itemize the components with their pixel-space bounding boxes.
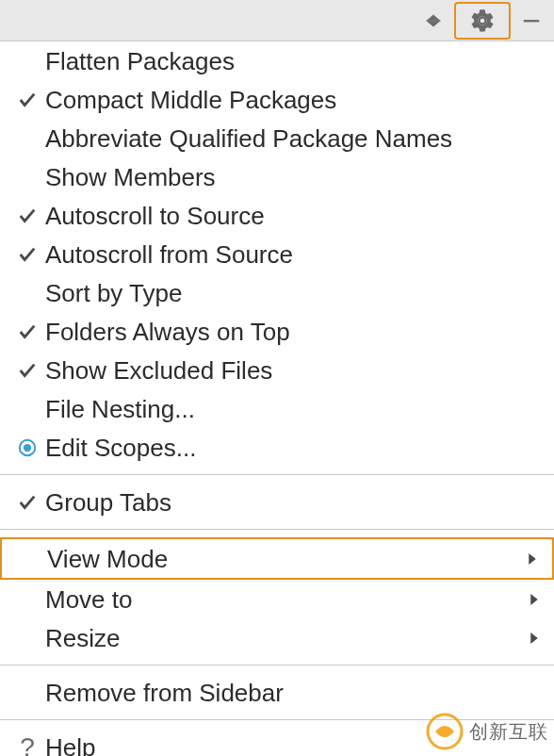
- menu-label: Flatten Packages: [45, 49, 543, 74]
- toolbar: [0, 0, 554, 41]
- menu-item-move-to[interactable]: Move to: [0, 580, 554, 618]
- svg-point-3: [24, 443, 31, 451]
- separator: [0, 529, 554, 530]
- check-icon: [9, 244, 45, 265]
- question-icon: ?: [9, 734, 45, 757]
- menu-label: Compact Middle Packages: [45, 88, 543, 112]
- menu-label: Abbreviate Qualified Package Names: [45, 126, 543, 151]
- gear-button[interactable]: [454, 2, 511, 40]
- menu-label: Resize: [45, 626, 526, 650]
- menu-label: Sort by Type: [45, 281, 543, 305]
- watermark-text: 创新互联: [469, 719, 548, 745]
- menu-item-flatten-packages[interactable]: Flatten Packages: [0, 41, 554, 80]
- separator: [0, 474, 554, 475]
- watermark: 创新互联: [426, 713, 548, 750]
- menu-item-autoscroll-from-source[interactable]: Autoscroll from Source: [0, 235, 554, 273]
- hide-tool-button[interactable]: [416, 4, 450, 38]
- menu-item-remove-from-sidebar[interactable]: Remove from Sidebar: [0, 673, 554, 712]
- radio-icon: [9, 437, 45, 458]
- highlight-box: View Mode: [0, 537, 554, 580]
- menu-label: Move to: [45, 587, 526, 612]
- menu-label: Show Excluded Files: [45, 358, 543, 383]
- menu-label: Remove from Sidebar: [45, 681, 543, 705]
- chevron-right-icon: [526, 591, 543, 608]
- check-icon: [9, 492, 45, 513]
- menu-label: View Mode: [47, 547, 524, 571]
- menu-label: Autoscroll to Source: [45, 204, 543, 228]
- chevron-right-icon: [524, 551, 541, 567]
- menu-item-folders-on-top[interactable]: Folders Always on Top: [0, 312, 554, 351]
- check-icon: [9, 321, 45, 342]
- menu-item-autoscroll-to-source[interactable]: Autoscroll to Source: [0, 196, 554, 235]
- menu-item-view-mode[interactable]: View Mode: [2, 539, 552, 578]
- chevron-right-icon: [526, 630, 543, 647]
- svg-rect-0: [427, 20, 441, 22]
- svg-rect-1: [524, 20, 540, 22]
- menu-item-compact-middle-packages[interactable]: Compact Middle Packages: [0, 80, 554, 119]
- separator: [0, 665, 554, 666]
- settings-menu: Flatten Packages Compact Middle Packages…: [0, 41, 554, 756]
- minimize-icon: [521, 10, 542, 31]
- menu-label: Show Members: [45, 165, 543, 189]
- menu-item-show-excluded[interactable]: Show Excluded Files: [0, 351, 554, 389]
- check-icon: [9, 205, 45, 226]
- menu-label: File Nesting...: [45, 397, 543, 421]
- menu-item-file-nesting[interactable]: File Nesting...: [0, 389, 554, 428]
- menu-item-edit-scopes[interactable]: Edit Scopes...: [0, 428, 554, 467]
- menu-item-resize[interactable]: Resize: [0, 618, 554, 657]
- check-icon: [9, 360, 45, 381]
- menu-item-group-tabs[interactable]: Group Tabs: [0, 483, 554, 521]
- menu-item-show-members[interactable]: Show Members: [0, 157, 554, 196]
- menu-item-sort-by-type[interactable]: Sort by Type: [0, 273, 554, 312]
- gear-icon: [469, 8, 496, 34]
- menu-item-abbreviate-names[interactable]: Abbreviate Qualified Package Names: [0, 119, 554, 157]
- menu-label: Group Tabs: [45, 490, 543, 515]
- watermark-logo-icon: [426, 713, 464, 750]
- menu-label: Edit Scopes...: [45, 436, 543, 460]
- minimize-button[interactable]: [514, 4, 548, 38]
- split-collapse-icon: [423, 10, 444, 31]
- check-icon: [9, 90, 45, 110]
- menu-label: Autoscroll from Source: [45, 242, 543, 267]
- menu-label: Folders Always on Top: [45, 320, 543, 344]
